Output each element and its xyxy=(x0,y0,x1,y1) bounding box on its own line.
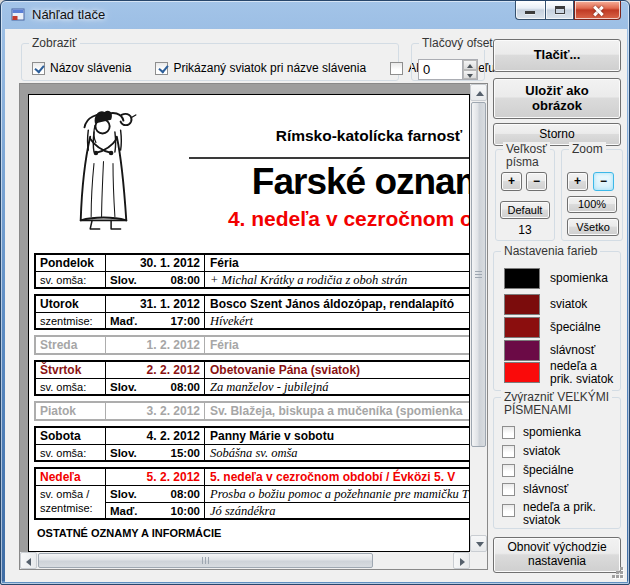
minimize-button[interactable] xyxy=(515,1,545,20)
mass-label-cell: sv. omša: xyxy=(36,379,106,394)
lang-time-cell: Maď.10:00 xyxy=(106,503,205,518)
uppercase-label-slavnost[interactable]: slávnosť xyxy=(523,483,611,496)
color-swatch-sviatok[interactable] xyxy=(504,294,540,315)
save-image-button[interactable]: Uložiť ako obrázok xyxy=(493,78,621,119)
table-row-block-piatok: Piatok 3. 2. 2012 Sv. Blažeja, biskupa a… xyxy=(34,401,470,421)
uppercase-checkbox-specialne[interactable] xyxy=(502,464,515,477)
color-label-sviatok: sviatok xyxy=(550,298,616,311)
color-label-spomienka: spomienka xyxy=(550,272,616,285)
day-cell: Utorok xyxy=(36,296,106,312)
arrow-right-icon xyxy=(460,558,465,566)
window-controls xyxy=(515,1,621,20)
horizontal-scrollbar[interactable] xyxy=(20,552,470,569)
uppercase-checkbox-sviatok[interactable] xyxy=(502,445,515,458)
mass-label-cell: sv. omša: xyxy=(36,272,106,287)
offset-spin-down-button[interactable] xyxy=(463,70,477,80)
scroll-left-button[interactable] xyxy=(20,552,37,569)
show-options-group-label: Zobraziť xyxy=(29,36,80,50)
day-cell: Štvrtok xyxy=(36,362,106,378)
checkbox-prikazany-sviatok-label[interactable]: Prikázaný sviatok pri názve slávenia xyxy=(173,61,366,75)
close-icon xyxy=(592,5,604,16)
zoom-100-button[interactable]: 100% xyxy=(567,196,617,213)
checkbox-nazov-slavenia-row: Názov slávenia xyxy=(32,61,131,75)
mass-label-line1: sv. omša / xyxy=(40,488,105,502)
color-swatch-specialne[interactable] xyxy=(504,317,540,338)
offset-input[interactable]: 0 xyxy=(419,60,462,79)
parish-name: Rímsko-katolícka farnosť xyxy=(149,127,470,145)
zoom-in-button[interactable]: + xyxy=(567,172,588,191)
scroll-up-button[interactable] xyxy=(470,84,487,101)
scrollbar-corner xyxy=(470,552,487,569)
table-row-block-sobota: Sobota 4. 2. 2012 Panny Márie v sobotu s… xyxy=(34,426,470,462)
font-size-group-label-2: písma xyxy=(503,155,542,169)
mass-lang: Maď. xyxy=(110,503,137,518)
font-size-value: 13 xyxy=(496,223,554,237)
maximize-button[interactable] xyxy=(545,1,574,20)
mass-lang: Slov. xyxy=(110,272,137,287)
celebration-cell: Bosco Szent János áldozópap, rendalapító xyxy=(205,296,470,312)
mass-label-cell: sv. omša / szentmise: xyxy=(36,486,106,518)
color-swatch-nedela[interactable] xyxy=(504,362,540,383)
mass-lang: Slov. xyxy=(110,379,137,394)
color-settings-group: Nastavenia farieb spomienka sviatok špec… xyxy=(493,251,621,391)
checkbox-nazov-slavenia-label[interactable]: Názov slávenia xyxy=(50,61,131,75)
mass-intention: Jó szándékra xyxy=(205,503,470,518)
checkbox-prikazany-sviatok-row: Prikázaný sviatok pri názve slávenia xyxy=(155,61,366,75)
document-title: Farské oznamy xyxy=(149,161,470,203)
vertical-scrollbar[interactable] xyxy=(470,84,487,552)
offset-updown: 0 xyxy=(418,59,478,80)
lang-time-cell: Slov.08:00 xyxy=(106,486,205,502)
uppercase-checkbox-slavnost[interactable] xyxy=(502,483,515,496)
horizontal-scroll-thumb[interactable] xyxy=(38,553,373,568)
window: Náhľad tlače Zobraziť Názov slávenia Pri… xyxy=(0,0,630,585)
uppercase-group-label-1: Zvýrazniť VEĽKÝMI xyxy=(501,390,612,404)
uppercase-label-sviatok[interactable]: sviatok xyxy=(523,445,611,458)
zoom-out-button[interactable]: − xyxy=(593,172,614,191)
titlebar[interactable]: Náhľad tlače xyxy=(1,1,629,29)
app-icon[interactable] xyxy=(10,7,26,23)
font-size-group: Veľkosť písma + − Default 13 xyxy=(495,149,555,241)
color-settings-group-label: Nastavenia farieb xyxy=(501,244,600,258)
uppercase-checkbox-nedela[interactable] xyxy=(502,504,515,517)
mass-intention: Hívekért xyxy=(205,313,470,328)
font-decrease-button[interactable]: − xyxy=(526,172,547,191)
zoom-group: Zoom + − 100% Všetko xyxy=(561,149,623,241)
font-increase-button[interactable]: + xyxy=(501,172,522,191)
resize-grip[interactable] xyxy=(620,575,623,578)
uppercase-label-specialne[interactable]: špeciálne xyxy=(523,464,611,477)
close-button[interactable] xyxy=(574,1,621,20)
uppercase-label-nedela[interactable]: nedeľa a prik. sviatok xyxy=(523,501,611,527)
offset-spin-up-button[interactable] xyxy=(463,60,477,70)
table-row-block-utorok: Utorok 31. 1. 2012 Bosco Szent János áld… xyxy=(34,294,470,330)
vertical-scroll-thumb[interactable] xyxy=(471,102,486,447)
table-row-block-stvrtok: Štvrtok 2. 2. 2012 Obetovanie Pána (svia… xyxy=(34,360,470,396)
mass-time: 17:00 xyxy=(171,313,200,328)
print-button[interactable]: Tlačiť... xyxy=(493,39,621,72)
color-swatch-spomienka[interactable] xyxy=(504,268,540,289)
arrow-left-icon xyxy=(26,558,31,566)
checkbox-prikazany-sviatok[interactable] xyxy=(155,62,168,75)
mass-lang: Maď. xyxy=(110,313,137,328)
arrow-down-icon xyxy=(476,542,484,547)
uppercase-group-label-2: PÍSMENAMI xyxy=(501,403,574,417)
reset-defaults-button[interactable]: Obnoviť východzie nastavenia xyxy=(493,537,621,573)
lang-time-cell: Slov.15:00 xyxy=(106,445,205,460)
font-default-button[interactable]: Default xyxy=(500,201,550,219)
checkbox-aktualnu-nedelu[interactable] xyxy=(390,62,403,75)
celebration-cell: 5. nedeľa v cezročnom období / Évközi 5.… xyxy=(205,469,470,485)
zoom-all-button[interactable]: Všetko xyxy=(567,218,619,236)
announcements-heading: OSTATNÉ OZNAMY A INFORMÁCIE xyxy=(37,527,221,539)
color-swatch-slavnost[interactable] xyxy=(504,340,540,361)
day-cell: Nedeľa xyxy=(36,469,106,485)
checkbox-nazov-slavenia[interactable] xyxy=(32,62,45,75)
client-area: Zobraziť Názov slávenia Prikázaný sviato… xyxy=(5,29,627,582)
date-cell: 3. 2. 2012 xyxy=(106,403,205,419)
mass-lang: Slov. xyxy=(110,486,137,502)
celebration-cell: Féria xyxy=(205,337,470,353)
print-offset-group: Tlačový ofset 0 xyxy=(411,43,485,81)
scroll-right-button[interactable] xyxy=(453,552,470,569)
table-row-block-pondelok: Pondelok 30. 1. 2012 Féria sv. omša: Slo… xyxy=(34,253,470,289)
uppercase-label-spomienka[interactable]: spomienka xyxy=(523,426,611,439)
uppercase-checkbox-spomienka[interactable] xyxy=(502,426,515,439)
scroll-down-button[interactable] xyxy=(470,535,487,552)
